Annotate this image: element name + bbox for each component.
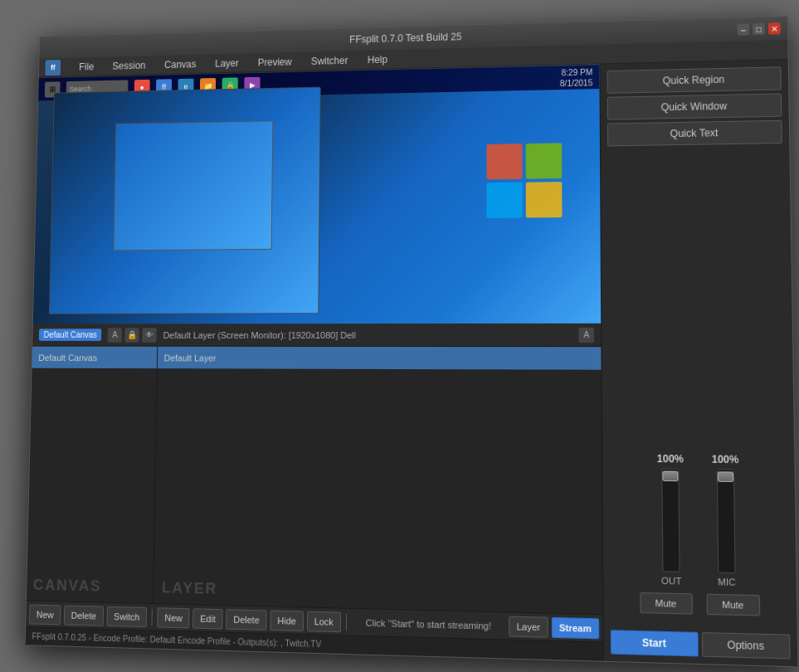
layer-hide-button[interactable]: Hide — [270, 610, 304, 631]
layer-icon-lock[interactable]: 🔒 — [124, 328, 139, 343]
out-slider-container: 100% OUT — [656, 453, 685, 587]
mic-slider[interactable] — [716, 469, 735, 573]
flag-q1 — [486, 144, 522, 179]
app-window: FFsplit 0.7.0 Test Build 25 – □ ✕ ff Fil… — [24, 16, 798, 667]
minimize-button[interactable]: – — [737, 23, 749, 35]
layer-lock-button[interactable]: Lock — [306, 611, 340, 632]
canvas-label: Default Canvas — [38, 329, 101, 341]
canvas-delete-button[interactable]: Delete — [63, 605, 103, 626]
main-content: ⊞ Search ● ff e 📁 🔒 ▶ 8:29 PM 8/1/2015 D… — [25, 60, 797, 666]
quick-region-button[interactable]: Quick Region — [607, 66, 781, 94]
mic-value: 100% — [711, 453, 738, 465]
mic-slider-container: 100% MIC — [711, 453, 740, 587]
close-button[interactable]: ✕ — [767, 22, 780, 34]
out-slider[interactable] — [661, 468, 680, 572]
mic-thumb[interactable] — [717, 471, 733, 482]
flag-q2 — [525, 143, 562, 178]
stream-status: Click "Start" to start streaming! — [351, 617, 504, 631]
volume-area: 100% OUT 100% MIC — [601, 150, 797, 631]
menu-session[interactable]: Session — [109, 58, 149, 73]
layer-section-label: LAYER — [161, 579, 217, 598]
menu-switcher[interactable]: Switcher — [307, 53, 351, 69]
out-value: 100% — [656, 453, 683, 465]
mute-mic-button[interactable]: Mute — [706, 594, 760, 616]
start-options-row: Start Options — [603, 626, 797, 667]
layer-info-bar: Default Canvas A 🔒 👁 Default Layer (Scre… — [32, 324, 601, 347]
mute-out-button[interactable]: Mute — [639, 592, 692, 615]
toolbar-separator-1 — [151, 609, 152, 626]
out-label: OUT — [660, 576, 681, 587]
start-button[interactable]: Start — [610, 630, 698, 656]
menu-help[interactable]: Help — [363, 51, 390, 66]
status-text: FFsplit 0.7.0.25 - Encode Profile: Defau… — [32, 631, 321, 649]
app-logo: ff — [45, 59, 61, 75]
windows-logo-area — [474, 98, 575, 264]
quick-buttons: Quick Region Quick Window Quick Text — [600, 60, 789, 153]
layer-icon-a2[interactable]: A — [578, 327, 594, 342]
quick-text-button[interactable]: Quick Text — [607, 120, 782, 147]
layer-delete-button[interactable]: Delete — [226, 609, 266, 631]
flag-q4 — [525, 182, 562, 217]
canvas-new-button[interactable]: New — [29, 604, 61, 625]
flag-q3 — [486, 183, 522, 218]
menu-preview[interactable]: Preview — [254, 54, 295, 69]
options-button[interactable]: Options — [701, 632, 790, 660]
canvas-panel: Default Canvas — [26, 347, 157, 604]
nested-screen — [48, 87, 320, 314]
windows-flag — [486, 143, 562, 218]
stream-button[interactable]: Stream — [551, 616, 599, 639]
layer-icon-eye[interactable]: 👁 — [142, 328, 156, 343]
out-thumb[interactable] — [662, 471, 678, 482]
sliders-row: 100% OUT 100% MIC — [654, 164, 740, 587]
date-display: 8/1/2015 — [559, 77, 592, 89]
layer-description: Default Layer (Screen Monitor): [1920x10… — [163, 329, 572, 339]
menu-layer[interactable]: Layer — [212, 56, 241, 71]
menu-canvas[interactable]: Canvas — [161, 56, 199, 71]
quick-window-button[interactable]: Quick Window — [607, 93, 782, 119]
canvas-layer-panels: Default Canvas Default Layer CANVAS LAYE… — [26, 347, 602, 615]
layer-new-button[interactable]: New — [157, 607, 189, 628]
mic-label: MIC — [718, 577, 736, 587]
nested-screen-inner — [113, 120, 273, 251]
layer-panel: Default Layer — [153, 347, 602, 614]
canvas-item-default[interactable]: Default Canvas — [32, 347, 157, 370]
right-panel: Quick Region Quick Window Quick Text 100… — [599, 60, 797, 666]
layer-label-btn[interactable]: Layer — [509, 616, 548, 637]
preview-area: ⊞ Search ● ff e 📁 🔒 ▶ 8:29 PM 8/1/2015 D… — [25, 64, 602, 660]
maximize-button[interactable]: □ — [753, 23, 765, 35]
layer-icon-a1[interactable]: A — [107, 328, 121, 343]
menu-file[interactable]: File — [76, 59, 97, 74]
canvas-switch-button[interactable]: Switch — [106, 606, 147, 626]
layer-edit-button[interactable]: Edit — [192, 608, 222, 629]
toolbar-separator-2 — [345, 613, 346, 631]
layer-icons: A 🔒 👁 — [107, 328, 156, 343]
title-bar-controls: – □ ✕ — [737, 22, 780, 35]
canvas-section-label: CANVAS — [32, 577, 101, 596]
taskbar-time: 8:29 PM 8/1/2015 — [559, 66, 592, 89]
preview-canvas: ⊞ Search ● ff e 📁 🔒 ▶ 8:29 PM 8/1/2015 — [32, 64, 600, 324]
layer-item-default[interactable]: Default Layer — [157, 347, 601, 371]
mute-buttons-row: Mute Mute — [639, 592, 759, 616]
time-display: 8:29 PM — [559, 66, 592, 78]
